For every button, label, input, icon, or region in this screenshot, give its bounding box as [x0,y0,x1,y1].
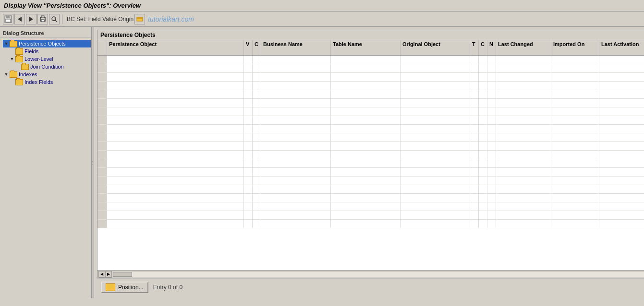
col-selector-header [97,40,107,55]
sidebar-label-persistence-objects: Persistence Objects [19,41,66,47]
table-row[interactable] [97,194,644,202]
cell-persistence-object [107,99,244,107]
cell-business-name [261,177,331,185]
table-row[interactable] [97,151,644,159]
save-icon-btn[interactable] [3,14,13,24]
hscroll-thumb[interactable] [113,272,132,277]
cell-imported-on [551,64,599,72]
print-icon-btn[interactable] [37,14,48,24]
col-header-c2[interactable]: C [479,40,487,55]
cell-t [470,142,479,150]
cell-persistence-object [107,194,244,202]
table-row[interactable] [97,159,644,168]
cell-c [253,177,261,185]
col-header-last-activation[interactable]: Last Activation [599,40,644,55]
cell-last-changed [496,82,551,90]
cell-last-changed [496,185,551,193]
col-header-t[interactable]: T [470,40,479,55]
table-row[interactable] [97,64,644,73]
cell-c2 [479,73,487,81]
sidebar-item-indexes[interactable]: ▼ Indexes [3,71,91,78]
col-header-imported-on[interactable]: Imported On [551,40,599,55]
col-header-original-object[interactable]: Original Object [401,40,470,55]
cell-business-name [261,107,331,116]
cell-business-name [261,220,331,228]
position-button[interactable]: Position... [101,282,148,293]
cell-v [244,220,253,228]
cell-c [253,90,261,98]
col-header-business-name[interactable]: Business Name [261,40,331,55]
col-header-persistence-object[interactable]: Persistence Object [107,40,244,55]
col-header-c[interactable]: C [253,40,261,55]
cell-c [253,133,261,141]
cell-last-activation [599,220,644,228]
hscroll-right-btn[interactable]: ▶ [105,271,112,278]
col-header-table-name[interactable]: Table Name [331,40,401,55]
cell-c [253,107,261,116]
cell-table-name [331,107,401,116]
table-row[interactable] [97,142,644,151]
toggle-fields [9,48,15,55]
table-row[interactable] [97,211,644,220]
cell-c2 [479,211,487,219]
hscroll-track[interactable] [113,272,644,277]
cell-persistence-object [107,185,244,193]
table-row[interactable] [97,90,644,99]
bc-set-icon[interactable] [134,14,145,24]
cell-last-changed [496,133,551,141]
cell-original-object [401,116,470,124]
cell-c [253,82,261,90]
cell-c [253,56,261,64]
col-header-last-changed[interactable]: Last Changed [496,40,551,55]
cell-n [487,125,496,133]
forward-icon-btn[interactable] [26,14,36,24]
table-row[interactable] [97,125,644,133]
cell-original-object [401,211,470,219]
table-row[interactable] [97,185,644,194]
table-row[interactable] [97,220,644,228]
sidebar-item-join-condition[interactable]: Join Condition [14,63,91,71]
table-row[interactable] [97,116,644,125]
col-header-v[interactable]: V [244,40,253,55]
back-icon-btn[interactable] [14,14,25,24]
sidebar-item-index-fields[interactable]: Index Fields [9,78,91,86]
cell-persistence-object [107,82,244,90]
cell-t [470,64,479,72]
table-row[interactable] [97,202,644,211]
svg-marker-3 [18,17,22,22]
table-row[interactable] [97,82,644,90]
sidebar-label-lower-level: Lower-Level [24,56,53,62]
table-row[interactable] [97,177,644,185]
table-row[interactable] [97,168,644,177]
cell-original-object [401,202,470,211]
cell-last-changed [496,107,551,116]
table-panel: Persistence Objects Persistence Object V… [97,30,644,278]
hscroll-left-btn[interactable]: ◀ [98,271,105,278]
row-selector [97,133,107,141]
table-panel-title: Persistence Objects [97,30,644,40]
table-row[interactable] [97,133,644,142]
cell-original-object [401,194,470,202]
find-icon-btn[interactable] [49,14,60,24]
table-row[interactable] [97,107,644,116]
sidebar-item-fields[interactable]: Fields [9,47,91,55]
row-selector [97,82,107,90]
col-header-n[interactable]: N [487,40,496,55]
cell-c [253,64,261,72]
sidebar-item-lower-level[interactable]: ▼ Lower-Level [9,55,91,63]
cell-v [244,82,253,90]
cell-imported-on [551,107,599,116]
table-row[interactable] [97,56,644,64]
cell-persistence-object [107,107,244,116]
sidebar-label-fields: Fields [24,48,38,54]
sidebar-item-persistence-objects[interactable]: ▼ Persistence Objects [3,40,91,47]
table-header-row: Persistence Object V C Business Name Tab… [97,40,644,56]
table-row[interactable] [97,73,644,82]
table-row[interactable] [97,99,644,107]
cell-persistence-object [107,142,244,150]
table-body-wrapper [97,56,644,270]
cell-last-changed [496,194,551,202]
cell-last-changed [496,73,551,81]
cell-table-name [331,211,401,219]
cell-last-activation [599,211,644,219]
